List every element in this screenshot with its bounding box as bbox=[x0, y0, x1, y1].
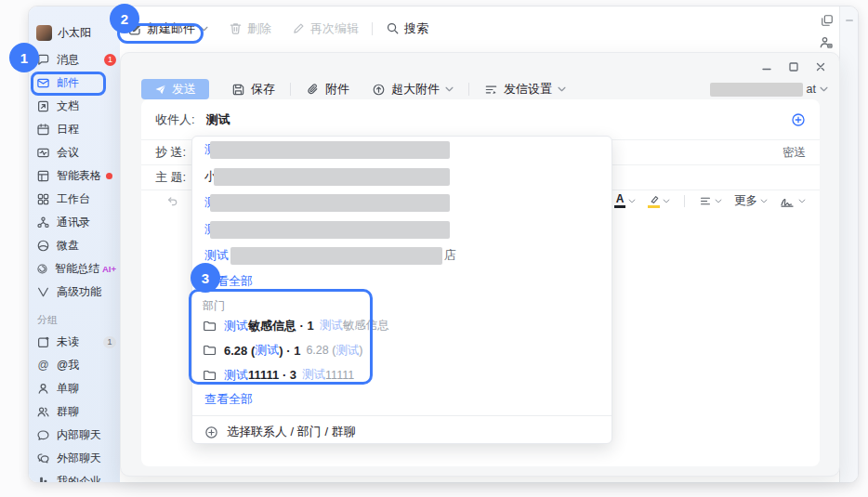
trash-icon bbox=[229, 21, 243, 35]
document-icon bbox=[36, 99, 50, 113]
collapse-rail-icon[interactable] bbox=[845, 16, 854, 25]
redacted-contact bbox=[214, 168, 450, 186]
sidebar-item-label: 单聊 bbox=[57, 381, 79, 397]
folder-icon bbox=[203, 320, 217, 333]
ai-plus-tag: AI+ bbox=[102, 264, 116, 274]
send-button[interactable]: 发送 bbox=[141, 79, 209, 99]
notification-dot bbox=[106, 173, 112, 179]
toolbar-divider bbox=[372, 22, 373, 35]
to-value: 测试 bbox=[206, 111, 230, 128]
font-color-button[interactable]: A bbox=[614, 194, 636, 208]
maximize-icon[interactable] bbox=[788, 61, 799, 72]
department-section-label: 部门 bbox=[192, 294, 612, 314]
sidebar-item-at-me[interactable]: @ @我 bbox=[29, 354, 120, 377]
sidebar-item-label: 外部聊天 bbox=[57, 451, 101, 466]
add-recipient-icon[interactable] bbox=[791, 112, 806, 127]
popout-window-icon[interactable] bbox=[821, 14, 834, 27]
sidebar-item-unread[interactable]: 未读 1 bbox=[29, 331, 120, 354]
sidebar-item-label: 智能表格 bbox=[57, 168, 101, 184]
sidebar-item-external-chats[interactable]: 外部聊天 bbox=[29, 447, 120, 470]
minimize-icon[interactable] bbox=[761, 61, 772, 72]
contact-suggestion-row[interactable]: 测 bbox=[192, 216, 612, 243]
paperclip-icon bbox=[306, 83, 320, 97]
recipient-suggestions-dropdown: 测 小 测 测 测试 店 查看全部 部门 bbox=[191, 136, 612, 444]
attachment-label: 附件 bbox=[325, 81, 349, 98]
view-all-contacts-link[interactable]: 查看全部 bbox=[192, 269, 612, 294]
contact-suggestion-row[interactable]: 测试 店 bbox=[192, 242, 612, 269]
person-icon bbox=[36, 382, 50, 396]
new-mail-label: 新建邮件 bbox=[147, 20, 195, 37]
sidebar-item-label: 高级功能 bbox=[57, 284, 101, 300]
advanced-features-icon bbox=[36, 285, 50, 299]
sidebar-item-mail[interactable]: 邮件 bbox=[29, 72, 120, 95]
more-formats-button[interactable]: 更多 bbox=[734, 193, 768, 209]
calendar-icon bbox=[36, 123, 50, 137]
save-label: 保存 bbox=[251, 81, 275, 98]
open-contact-picker-row[interactable]: 选择联系人 / 部门 / 群聊 bbox=[192, 416, 612, 444]
from-address-selector[interactable]: at bbox=[710, 83, 828, 97]
department-suggestion-row[interactable]: 测试11111 · 3测试11111 bbox=[192, 363, 612, 388]
align-button[interactable] bbox=[699, 195, 722, 207]
save-button[interactable]: 保存 bbox=[231, 81, 275, 98]
people-icon bbox=[36, 405, 50, 419]
sidebar-nav: 消息 1 邮件 文档 日程 会议 bbox=[29, 43, 120, 482]
contact-suggestion-row[interactable]: 小 bbox=[192, 163, 612, 190]
sidebar-item-internal-chats[interactable]: 内部聊天 bbox=[29, 424, 120, 447]
contact-suggestion-row[interactable]: 测 bbox=[192, 190, 612, 216]
sidebar-item-workbench[interactable]: 工作台 bbox=[29, 188, 120, 211]
search-button[interactable]: 搜索 bbox=[386, 20, 428, 37]
sidebar-item-messages[interactable]: 消息 1 bbox=[29, 48, 120, 72]
sidebar-item-smart-sheet[interactable]: 智能表格 bbox=[29, 164, 120, 188]
unread-icon bbox=[36, 335, 50, 349]
sidebar-item-contacts[interactable]: 通讯录 bbox=[29, 211, 120, 234]
chevron-down-icon bbox=[558, 86, 566, 92]
sidebar-item-my-company[interactable]: 我的企业 bbox=[29, 470, 120, 482]
avatar bbox=[36, 25, 52, 41]
redacted-contact bbox=[230, 247, 442, 265]
delete-button[interactable]: 删除 bbox=[229, 20, 271, 37]
sidebar-item-ai-summary[interactable]: 智能总结 AI+ bbox=[29, 257, 120, 281]
sidebar-item-advanced[interactable]: 高级功能 bbox=[29, 281, 120, 304]
sidebar-item-label: @我 bbox=[57, 358, 79, 373]
sidebar-item-label: 群聊 bbox=[57, 404, 79, 420]
toolbar-divider bbox=[468, 83, 469, 96]
sidebar-item-calendar[interactable]: 日程 bbox=[29, 118, 120, 141]
sidebar-item-drive[interactable]: 微盘 bbox=[29, 234, 120, 257]
large-attachment-button[interactable]: 超大附件 bbox=[372, 81, 454, 98]
highlighter-icon bbox=[649, 195, 660, 204]
redacted-contact bbox=[210, 221, 450, 239]
sidebar-item-docs[interactable]: 文档 bbox=[29, 95, 120, 118]
close-icon[interactable] bbox=[815, 61, 826, 72]
department-suggestion-row[interactable]: 6.28 (测试) · 16.28 (测试) bbox=[192, 338, 612, 363]
to-field[interactable]: 收件人: 测试 bbox=[141, 99, 820, 140]
edit-again-button[interactable]: 再次编辑 bbox=[292, 20, 359, 37]
bcc-toggle[interactable]: 密送 bbox=[783, 145, 806, 161]
sidebar-item-meetings[interactable]: 会议 bbox=[29, 141, 120, 164]
chevron-down-icon bbox=[445, 86, 454, 92]
send-settings-button[interactable]: 发信设置 bbox=[484, 81, 566, 98]
contact-suggestion-row[interactable]: 测 bbox=[192, 137, 612, 163]
sidebar-item-group-chats[interactable]: 群聊 bbox=[29, 400, 120, 424]
redacted-contact bbox=[210, 141, 450, 159]
redacted-from-address bbox=[710, 83, 803, 97]
ai-summary-icon bbox=[36, 262, 48, 276]
department-suggestion-row[interactable]: 测试敏感信息 · 1测试敏感信息 bbox=[192, 314, 612, 339]
folder-icon bbox=[203, 369, 217, 382]
highlight-button[interactable] bbox=[648, 195, 670, 208]
signature-icon bbox=[780, 195, 796, 207]
sidebar-item-label: 内部聊天 bbox=[57, 427, 101, 443]
sidebar-item-direct-chats[interactable]: 单聊 bbox=[29, 377, 120, 400]
sidebar: 小太阳 消息 1 邮件 文档 日程 bbox=[29, 7, 120, 482]
company-icon bbox=[36, 475, 50, 482]
user-profile[interactable]: 小太阳 bbox=[29, 7, 120, 43]
contact-card-icon[interactable] bbox=[819, 35, 834, 50]
signature-button[interactable] bbox=[780, 195, 806, 207]
unread-count-badge: 1 bbox=[103, 336, 116, 348]
new-mail-button[interactable]: 新建邮件 bbox=[127, 20, 208, 37]
sidebar-item-label: 文档 bbox=[57, 98, 79, 114]
attachment-button[interactable]: 附件 bbox=[306, 81, 349, 98]
chevron-down-icon bbox=[663, 199, 670, 203]
undo-icon[interactable] bbox=[165, 194, 179, 208]
view-all-departments-link[interactable]: 查看全部 bbox=[192, 387, 612, 412]
chat-bubble-icon bbox=[36, 53, 50, 67]
